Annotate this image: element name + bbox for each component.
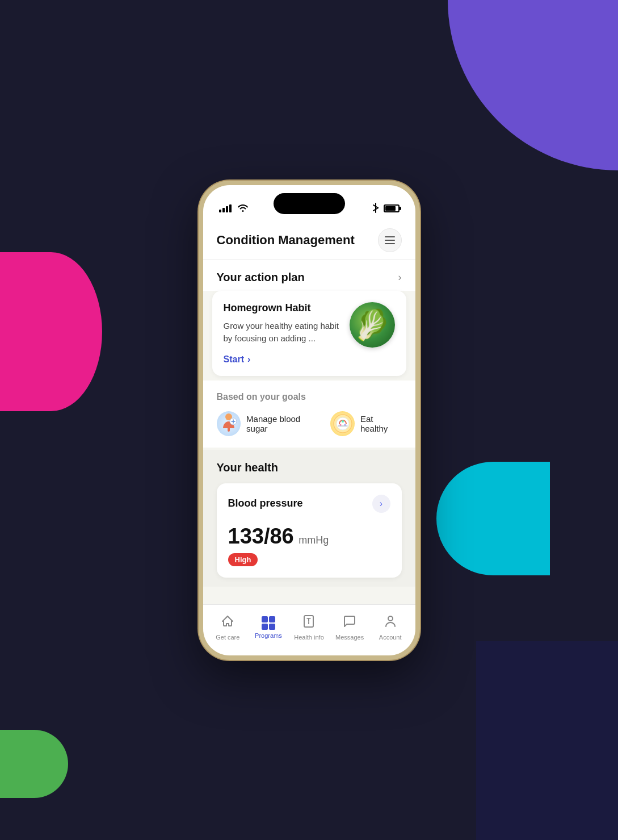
menu-line-1 [385,236,395,237]
messages-icon [343,615,356,632]
health-card-header: Blood pressure › [228,495,390,513]
blood-pressure-title: Blood pressure [228,498,303,509]
bg-decoration-dark [476,641,618,840]
nav-item-health-info[interactable]: Health info [289,610,330,641]
action-card-content: Homegrown Habit Grow your healthy eating… [224,302,340,365]
app-header: Condition Management [203,219,415,260]
goal-label-blood-sugar: Manage blood sugar [246,414,321,433]
scroll-area: Condition Management Your action plan › … [203,219,415,604]
signal-bar-3 [226,206,228,212]
status-left [219,203,249,215]
goal-item-eat-healthy[interactable]: Eat healthy [330,411,401,436]
bg-decoration-green [0,730,68,798]
status-right [372,203,400,215]
action-plan-chevron[interactable]: › [398,271,402,283]
page-title: Condition Management [217,233,355,248]
programs-icon [262,616,275,630]
health-section: Your health Blood pressure › 133/86 mmHg… [203,450,415,587]
phone-frame: Condition Management Your action plan › … [199,181,420,660]
bg-decoration-magenta [0,252,102,411]
account-icon [384,615,397,632]
get-care-label: Get care [216,634,239,641]
action-card-description: Grow your healthy eating habit by focusi… [224,320,340,345]
nav-item-get-care[interactable]: Get care [208,610,249,641]
blood-pressure-chevron[interactable]: › [372,495,390,513]
get-care-icon [221,615,234,632]
nav-item-messages[interactable]: Messages [329,610,370,641]
bg-decoration-cyan [436,462,550,575]
health-info-icon [302,615,316,632]
svg-point-8 [344,424,346,425]
bg-decoration-purple [448,0,618,170]
svg-point-5 [337,417,349,430]
account-label: Account [379,634,402,641]
goal-icon-eat-healthy [330,411,355,436]
nav-item-programs[interactable]: Programs [248,612,289,639]
start-label: Start [224,354,244,365]
action-card-title: Homegrown Habit [224,302,340,314]
signal-bar-1 [219,210,221,212]
blood-pressure-reading: 133/86 mmHg [228,524,390,549]
action-plan-header: Your action plan › [203,260,415,291]
svg-point-7 [339,424,341,425]
goal-icon-blood-sugar [217,411,241,436]
programs-label: Programs [255,632,282,639]
dynamic-island [274,193,345,214]
signal-bars [219,204,232,212]
blood-pressure-unit: mmHg [299,534,329,546]
spinach-image [350,302,395,348]
goals-section: Based on your goals [203,381,415,448]
health-section-title: Your health [217,461,402,474]
start-button[interactable]: Start › [224,354,340,365]
action-plan-title: Your action plan [217,271,305,284]
svg-rect-2 [228,426,230,432]
health-card: Blood pressure › 133/86 mmHg High [217,483,402,578]
menu-line-3 [385,243,395,244]
goal-label-eat-healthy: Eat healthy [360,414,402,433]
goals-list: Manage blood sugar [217,411,402,448]
wifi-icon [237,203,249,215]
signal-bar-2 [222,208,225,212]
bottom-nav: Get care Programs [203,604,415,655]
status-badge: High [228,553,258,566]
app-content: Condition Management Your action plan › … [203,185,415,655]
messages-label: Messages [335,634,364,641]
blood-pressure-value: 133/86 [228,524,294,548]
menu-line-2 [385,240,395,241]
start-chevron: › [247,354,250,365]
battery-icon [384,204,400,212]
menu-button[interactable] [378,228,402,252]
svg-point-6 [342,420,344,423]
nav-item-account[interactable]: Account [370,610,411,641]
action-plan-card: Homegrown Habit Grow your healthy eating… [212,291,406,376]
goal-item-blood-sugar[interactable]: Manage blood sugar [217,411,322,436]
health-info-label: Health info [294,634,324,641]
bluetooth-icon [372,203,379,215]
signal-bar-4 [229,204,232,212]
svg-point-10 [388,616,393,621]
goals-title: Based on your goals [217,392,402,402]
